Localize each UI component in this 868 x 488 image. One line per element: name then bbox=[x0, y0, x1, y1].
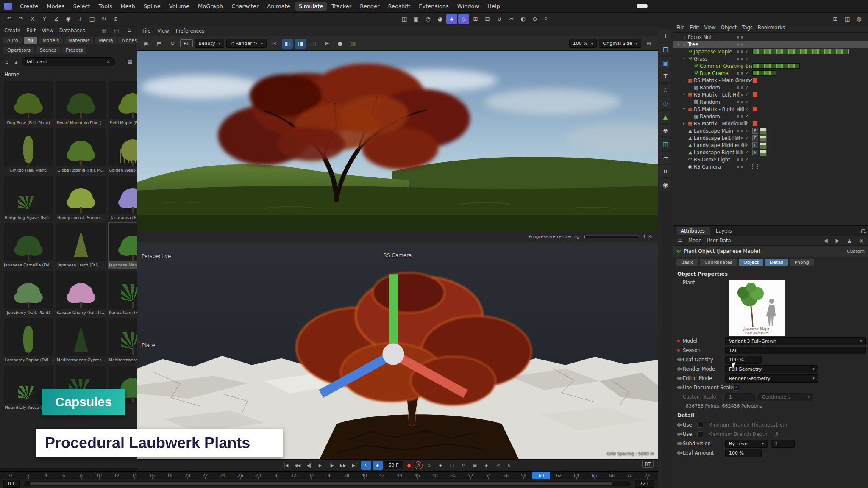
asset-item[interactable]: Mediterranean Cypres... bbox=[55, 317, 106, 363]
record-scale-toggle[interactable]: ◱ bbox=[447, 461, 457, 470]
up-folder-icon[interactable]: ▴ bbox=[13, 59, 19, 65]
record-parameter-toggle[interactable]: ▦ bbox=[470, 461, 480, 470]
menu-item[interactable]: Spline bbox=[140, 2, 164, 11]
editor-visibility-dot[interactable] bbox=[737, 50, 739, 53]
editor-visibility-dot[interactable] bbox=[737, 65, 739, 67]
timeline-tick[interactable]: 20 bbox=[178, 472, 196, 479]
scale-icon[interactable]: ◱ bbox=[86, 14, 97, 24]
editor-mode-dropdown[interactable]: Render Geometry bbox=[725, 374, 818, 383]
object-row[interactable]: Ψ Japanese Maple bbox=[673, 48, 868, 55]
editor-visibility-dot[interactable] bbox=[737, 79, 739, 82]
layout-split-icon[interactable]: ◫ bbox=[842, 14, 853, 24]
enabled-check-icon[interactable] bbox=[745, 56, 751, 61]
leaf-amount-field[interactable]: 100 % bbox=[725, 449, 762, 457]
object-manager-menu-item[interactable]: Edit bbox=[690, 25, 699, 30]
timeline-tick[interactable]: 52 bbox=[462, 472, 479, 479]
timeline-tick[interactable]: 50 bbox=[444, 472, 462, 479]
coord-system-icon[interactable]: ⊕ bbox=[110, 14, 121, 24]
object-row[interactable]: ◠ RS Dome Light bbox=[673, 156, 868, 163]
redo-icon[interactable]: ↷ bbox=[15, 14, 26, 24]
use-min-branch-checkbox[interactable] bbox=[697, 422, 703, 428]
points-mode-icon[interactable]: ∴ bbox=[659, 84, 671, 96]
attribute-section-tab[interactable]: Detail bbox=[765, 259, 788, 266]
enabled-check-icon[interactable] bbox=[745, 71, 751, 75]
enabled-check-icon[interactable] bbox=[745, 64, 751, 68]
clay-render-icon[interactable]: ● bbox=[334, 39, 345, 49]
search-view-icon[interactable]: ▤ bbox=[127, 59, 134, 65]
section-detail[interactable]: Detail bbox=[673, 410, 868, 420]
timeline-tick[interactable]: 22 bbox=[196, 472, 214, 479]
timeline-tick[interactable]: 36 bbox=[320, 472, 338, 479]
timeline-tick[interactable]: 0 bbox=[2, 472, 19, 479]
layout-grid-icon[interactable]: ⊞ bbox=[830, 14, 841, 24]
menu-item[interactable]: Animate bbox=[263, 2, 294, 11]
filter-pill[interactable]: Auto bbox=[3, 37, 22, 44]
snapshot-b-icon[interactable]: ◨ bbox=[295, 39, 306, 49]
render-visibility-dot[interactable] bbox=[741, 94, 743, 96]
search-icon[interactable] bbox=[861, 229, 865, 233]
snapshot-icon[interactable]: ▣ bbox=[141, 39, 152, 49]
restart-render-icon[interactable]: ↻ bbox=[167, 39, 178, 49]
record-pla-toggle[interactable]: ◈ bbox=[481, 461, 491, 470]
asset-browser-menu-item[interactable]: Edit bbox=[26, 28, 36, 33]
timeline-tick[interactable]: 68 bbox=[603, 472, 621, 479]
size-dropdown[interactable]: Original Size bbox=[599, 39, 641, 48]
object-tags[interactable] bbox=[752, 49, 849, 54]
edges-mode-icon[interactable]: ◇ bbox=[659, 97, 671, 109]
enabled-check-icon[interactable] bbox=[745, 114, 751, 119]
asset-browser-menu-item[interactable]: Databases bbox=[59, 28, 85, 33]
timeline-tick[interactable]: 32 bbox=[285, 472, 303, 479]
panel-menu-icon[interactable]: ≡ bbox=[126, 28, 133, 33]
render-visibility-dot[interactable] bbox=[741, 122, 743, 125]
subdivision-count-field[interactable]: 1 bbox=[771, 440, 795, 448]
timeline-tick[interactable]: 26 bbox=[232, 472, 250, 479]
object-tags[interactable] bbox=[752, 121, 758, 126]
magnet-icon[interactable]: ∪ bbox=[494, 14, 505, 24]
section-object-properties[interactable]: Object Properties bbox=[673, 268, 868, 279]
timeline-tick[interactable]: 70 bbox=[621, 472, 639, 479]
timeline-scrollbar[interactable] bbox=[24, 481, 631, 486]
filter-icon[interactable]: ▥ bbox=[348, 39, 359, 49]
editor-visibility-dot[interactable] bbox=[737, 94, 739, 96]
editor-visibility-dot[interactable] bbox=[737, 151, 739, 154]
record-rotation-toggle[interactable]: ↻ bbox=[458, 461, 468, 470]
range-start-field[interactable]: 0 F bbox=[3, 480, 20, 488]
timeline-tick[interactable]: 38 bbox=[338, 472, 356, 479]
object-row[interactable]: ▩ Random bbox=[673, 98, 868, 105]
object-row[interactable]: ▾ Ψ Grass bbox=[673, 55, 868, 62]
history-back-icon[interactable]: ◀ bbox=[822, 238, 829, 244]
object-row[interactable]: ▲ Landscape Middle Hill bbox=[673, 141, 868, 149]
object-row[interactable]: Ψ Blue Grama bbox=[673, 69, 868, 77]
workplane-icon[interactable]: ▱ bbox=[506, 14, 517, 24]
timeline-tick[interactable]: 4 bbox=[37, 472, 55, 479]
editor-visibility-dot[interactable] bbox=[737, 144, 739, 147]
object-row[interactable]: ▲ Landscape Right Hill bbox=[673, 149, 868, 156]
enabled-check-icon[interactable] bbox=[745, 85, 751, 90]
next-key-button[interactable]: ▶▶ bbox=[338, 461, 348, 470]
timeline-tick[interactable]: 56 bbox=[497, 472, 515, 479]
asset-item[interactable]: Dog-Rose (Fall, Plant) bbox=[3, 80, 54, 126]
timeline-tick[interactable]: 60 bbox=[532, 472, 550, 479]
attribute-section-tab[interactable]: Object bbox=[739, 259, 763, 266]
object-row[interactable]: ▾ ▦ RS Matrix - Main Ground bbox=[673, 77, 868, 84]
rt-toggle[interactable]: RT bbox=[180, 39, 193, 47]
render-visibility-dot[interactable] bbox=[741, 79, 743, 82]
asset-item[interactable]: Dwarf Mountain Pine (... bbox=[55, 80, 106, 126]
editor-visibility-dot[interactable] bbox=[737, 43, 739, 46]
object-tags[interactable] bbox=[752, 164, 758, 169]
object-row[interactable]: ◉ RS Camera bbox=[673, 163, 868, 170]
object-manager-menu-item[interactable]: File bbox=[676, 25, 684, 30]
viewport-solo-icon[interactable]: ◫ bbox=[659, 138, 671, 150]
menu-item[interactable]: Tools bbox=[95, 2, 116, 11]
object-tags[interactable] bbox=[752, 150, 758, 155]
enabled-check-icon[interactable] bbox=[745, 92, 751, 97]
object-manager-menu-item[interactable]: Tags bbox=[742, 25, 752, 30]
enabled-check-icon[interactable] bbox=[745, 121, 751, 126]
timeline-tick[interactable]: 30 bbox=[267, 472, 285, 479]
object-manager-menu-item[interactable]: Bookmarks bbox=[758, 25, 785, 30]
render-visibility-dot[interactable] bbox=[741, 101, 743, 103]
asset-item[interactable]: Ginkgo (Fall, Plant) bbox=[3, 127, 54, 174]
timeline-tick[interactable]: 58 bbox=[515, 472, 532, 479]
object-manager-menu-item[interactable]: View bbox=[704, 25, 716, 30]
object-tags[interactable] bbox=[752, 106, 758, 112]
